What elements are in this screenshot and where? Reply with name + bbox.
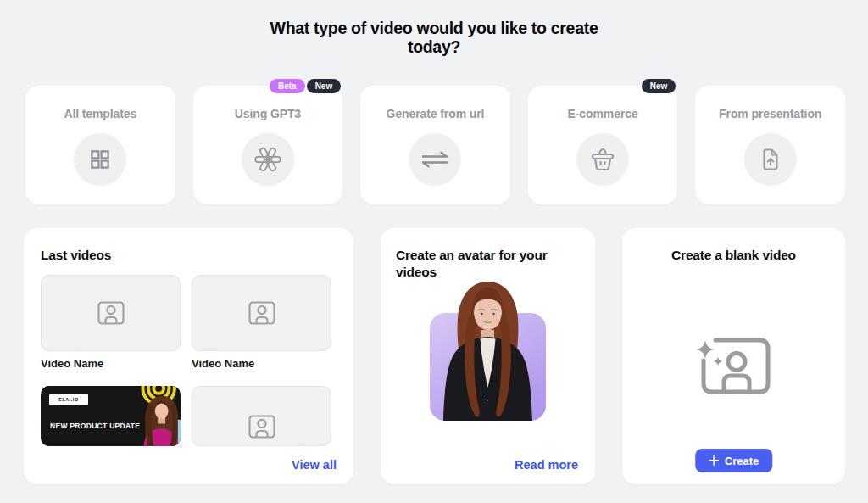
type-card-label: Generate from url (360, 107, 510, 120)
basket-icon (590, 147, 615, 172)
icon-circle (409, 133, 461, 186)
create-avatar-heading: Create an avatar for your videos (396, 247, 574, 281)
swap-arrows-icon (420, 151, 450, 168)
badges: Beta New (270, 79, 341, 93)
plus-icon (709, 455, 719, 466)
avatar-preview-image (430, 281, 546, 421)
page-title-line1: What type of video would you like to cre… (270, 19, 598, 37)
last-videos-panel: Last videos Video Name (24, 228, 353, 484)
video-thumbnail-grid: Video Name Video Name (41, 275, 337, 446)
video-item (192, 386, 331, 446)
create-avatar-panel: Create an avatar for your videos (381, 228, 595, 484)
page-title-line2: today? (408, 37, 460, 56)
type-card-from-presentation[interactable]: From presentation (695, 86, 845, 204)
badges: New (642, 79, 676, 93)
new-badge: New (642, 79, 676, 93)
type-card-using-gpt3[interactable]: Beta New Using GPT3 (193, 86, 343, 204)
type-card-generate-from-url[interactable]: Generate from url (360, 86, 510, 204)
video-thumbnail[interactable] (192, 275, 331, 351)
thumbnail-brand-chip: ELAI.IO (49, 394, 88, 405)
blank-icon-wrap (637, 330, 830, 401)
type-card-label: All templates (25, 107, 175, 120)
video-item: Video Name (192, 275, 331, 386)
thumbnail-title: NEW PRODUCT UPDATE (50, 422, 140, 430)
openai-icon (254, 146, 281, 173)
video-item: ELAI.IO NEW PRODUCT UPDATE (41, 386, 181, 446)
video-item: Video Name (41, 275, 181, 386)
create-blank-video-panel: Create a blank video Create (622, 228, 845, 484)
beta-badge: Beta (270, 79, 305, 93)
icon-circle (74, 133, 126, 186)
page-title: What type of video would you like to cre… (0, 0, 868, 56)
type-card-all-templates[interactable]: All templates (25, 86, 175, 204)
video-thumbnail-product-update[interactable]: ELAI.IO NEW PRODUCT UPDATE (41, 386, 181, 446)
icon-circle (242, 133, 294, 186)
new-badge: New (307, 79, 342, 93)
view-all-link[interactable]: View all (292, 458, 337, 472)
icon-circle (744, 133, 797, 186)
create-button-label: Create (725, 455, 759, 467)
last-videos-heading: Last videos (41, 247, 337, 264)
video-thumbnail[interactable] (41, 275, 181, 351)
video-placeholder-icon (97, 301, 125, 325)
type-card-label: Using GPT3 (193, 107, 343, 120)
icon-circle (576, 133, 629, 186)
video-thumbnail[interactable] (192, 386, 331, 446)
create-video-page: What type of video would you like to cre… (0, 0, 868, 503)
type-card-label: From presentation (695, 107, 845, 120)
video-name: Video Name (41, 357, 181, 370)
blank-video-sparkle-icon (693, 330, 775, 398)
video-type-row: All templates Beta New Using GPT3 (0, 86, 868, 204)
read-more-link[interactable]: Read more (515, 458, 578, 472)
video-placeholder-icon (248, 301, 275, 325)
grid-icon (90, 149, 110, 170)
type-card-label: E-commerce (528, 107, 678, 120)
bottom-row: Last videos Video Name (0, 228, 868, 484)
video-name: Video Name (192, 357, 331, 370)
video-placeholder-icon (248, 415, 275, 439)
type-card-e-commerce[interactable]: New E-commerce (528, 86, 678, 204)
create-blank-heading: Create a blank video (637, 247, 830, 264)
document-upload-icon (760, 147, 782, 172)
create-button[interactable]: Create (695, 449, 772, 472)
